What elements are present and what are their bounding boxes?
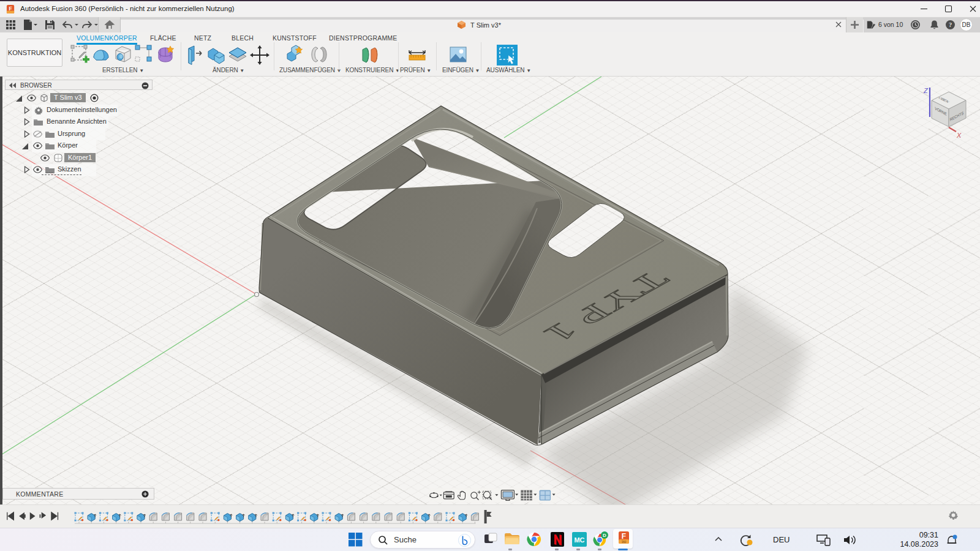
svg-text:360: 360 [622, 541, 627, 544]
svg-text:?: ? [949, 21, 952, 28]
svg-text:MC: MC [574, 536, 584, 544]
svg-text:X: X [956, 132, 962, 139]
svg-text:D: D [603, 533, 606, 538]
svg-text:F: F [622, 532, 626, 541]
svg-text:Z: Z [923, 87, 929, 94]
svg-text:F: F [9, 6, 12, 12]
